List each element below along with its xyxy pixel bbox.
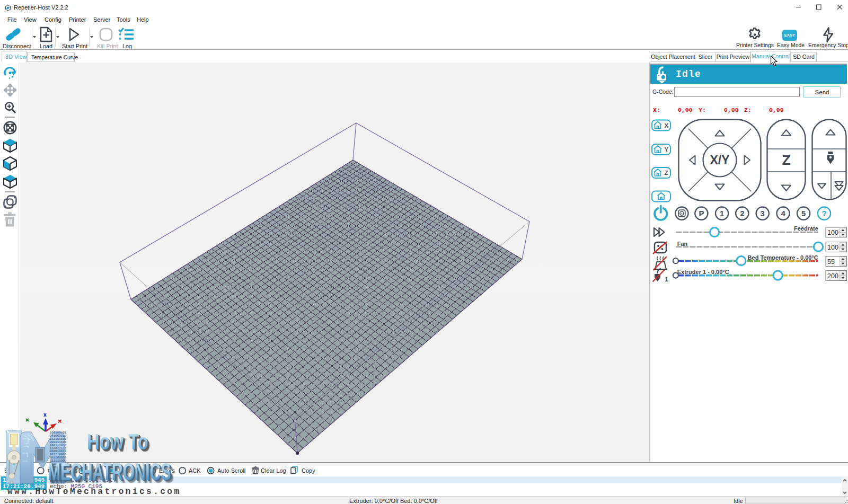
svg-text:100: 100 <box>827 244 838 251</box>
svg-text:?: ? <box>822 209 826 218</box>
svg-text:Z: Z <box>782 152 791 168</box>
svg-text:1: 1 <box>665 276 669 282</box>
svg-text:Fan: Fan <box>677 241 688 247</box>
svg-text:Feedrate: Feedrate <box>794 225 818 232</box>
svg-text:X: X <box>665 122 669 129</box>
svg-text:2: 2 <box>740 209 744 218</box>
svg-text:200: 200 <box>827 272 838 280</box>
svg-text:P: P <box>699 209 704 218</box>
svg-text:Z: Z <box>665 170 668 176</box>
svg-text:Y: Y <box>665 146 669 153</box>
svg-text:4: 4 <box>781 209 785 218</box>
svg-text:1: 1 <box>720 209 724 218</box>
svg-text:Bed Temperature - 0,00°C: Bed Temperature - 0,00°C <box>748 254 818 261</box>
svg-text:X/Y: X/Y <box>710 153 729 167</box>
svg-text:100: 100 <box>827 229 838 236</box>
svg-text:Extruder 1 - 0,00°C: Extruder 1 - 0,00°C <box>677 269 729 275</box>
svg-text:5: 5 <box>801 209 806 218</box>
svg-text:3: 3 <box>761 209 765 218</box>
svg-text:55: 55 <box>827 258 835 266</box>
